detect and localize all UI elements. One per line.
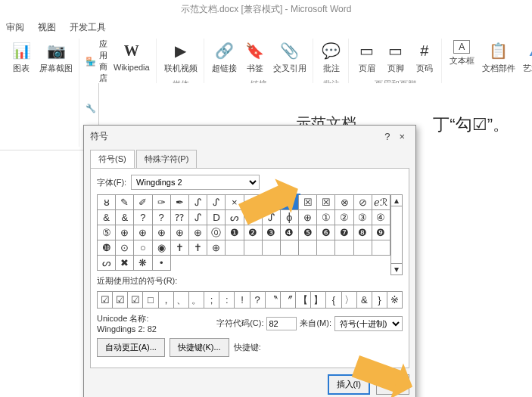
symbol-cell[interactable] [354, 240, 372, 256]
recent-symbol-cell[interactable]: ☑ [113, 292, 128, 309]
scroll-down-icon[interactable]: ▾ [391, 263, 402, 274]
recent-symbol-cell[interactable]: ? [250, 292, 266, 309]
chart-button[interactable]: 📊图表 [9, 39, 33, 76]
symbol-cell[interactable]: ⑤ [98, 225, 116, 240]
autocorrect-button[interactable]: 自动更正(A)... [97, 338, 165, 357]
symbol-cell[interactable]: ⊕ [207, 240, 226, 256]
symbol-cell[interactable]: ⊕ [189, 225, 207, 240]
symbol-cell[interactable]: ❼ [335, 225, 353, 240]
recent-symbol-cell[interactable]: 、 [174, 292, 189, 309]
symbol-cell[interactable]: ✝ [189, 240, 207, 256]
crossref-button[interactable]: 📎交叉引用 [272, 39, 308, 76]
symbol-cell[interactable]: ❿ [98, 240, 116, 256]
pagenum-button[interactable]: #页码 [412, 39, 437, 76]
recent-symbol-cell[interactable]: { [326, 292, 341, 309]
symbol-cell[interactable]: & [98, 210, 116, 225]
symbol-cell[interactable]: ② [335, 210, 353, 225]
symbol-cell[interactable]: ❋ [134, 256, 152, 271]
symbol-cell[interactable]: ⊘ [354, 195, 372, 210]
font-select[interactable]: Wingdings 2 [131, 175, 260, 190]
menu-devtools[interactable]: 开发工具 [70, 21, 106, 34]
symbol-cell[interactable]: ❺ [299, 225, 317, 240]
comment-button[interactable]: 💬批注 [319, 39, 344, 76]
symbol-cell[interactable]: ❹ [281, 225, 299, 240]
recent-symbol-cell[interactable]: 〝 [266, 292, 281, 309]
menu-review[interactable]: 审阅 [6, 21, 24, 34]
symbol-cell[interactable]: ✎ [116, 195, 134, 210]
quickparts-button[interactable]: 📋文档部件 [481, 39, 517, 76]
symbol-cell[interactable] [281, 240, 299, 256]
symbol-cell[interactable]: ❻ [317, 225, 335, 240]
recent-symbol-cell[interactable]: 【 [296, 292, 311, 309]
dialog-titlebar[interactable]: 符号 ? × [84, 126, 415, 147]
symbol-cell[interactable] [244, 240, 263, 256]
symbol-cell[interactable]: ❶ [226, 225, 244, 240]
symbol-cell[interactable]: ⊕ [299, 210, 317, 225]
symbol-cell[interactable]: ᗞ [207, 210, 226, 225]
recent-symbol-cell[interactable]: ; [204, 292, 219, 309]
recent-symbol-cell[interactable]: 。 [189, 292, 204, 309]
symbol-cell[interactable]: ᔑ [189, 210, 207, 225]
symbol-cell[interactable] [299, 240, 317, 256]
symbol-cell[interactable] [263, 240, 281, 256]
symbol-cell[interactable]: ? [134, 210, 152, 225]
recent-symbol-cell[interactable]: & [357, 292, 372, 309]
symbol-cell[interactable]: ⊕ [116, 225, 134, 240]
symbol-cell[interactable]: ⊙ [116, 240, 134, 256]
tab-special[interactable]: 特殊字符(P) [136, 150, 198, 168]
symbol-cell[interactable]: ✑ [153, 195, 171, 210]
symbol-cell[interactable]: ɸ [281, 210, 299, 225]
symbol-cell[interactable]: ③ [354, 210, 372, 225]
hyperlink-button[interactable]: 🔗超链接 [210, 39, 238, 76]
symbol-cell[interactable]: ? [153, 210, 171, 225]
online-video-button[interactable]: ▶联机视频 [163, 39, 199, 76]
symbol-cell[interactable]: ᔑ [189, 195, 207, 210]
symbol-cell[interactable]: ᔕ [98, 256, 116, 271]
symbol-cell[interactable] [335, 240, 353, 256]
screenshot-button[interactable]: 📷屏幕截图 [38, 39, 74, 76]
symbol-cell[interactable] [317, 240, 335, 256]
symbol-cell[interactable]: ⊗ [335, 195, 353, 210]
symbol-cell[interactable]: ⓪ [207, 225, 226, 240]
help-button[interactable]: ? [380, 131, 394, 142]
header-button[interactable]: ▭页眉 [355, 39, 379, 76]
symbol-cell[interactable]: ✝ [171, 240, 189, 256]
symbol-cell[interactable]: ⊕ [134, 225, 152, 240]
symbol-cell[interactable]: ❸ [263, 225, 281, 240]
symbol-cell[interactable]: ④ [372, 210, 390, 225]
symbol-cell[interactable]: ① [317, 210, 335, 225]
recent-symbol-cell[interactable]: ! [235, 292, 250, 309]
symbol-cell[interactable]: ❽ [354, 225, 372, 240]
symbol-cell[interactable]: ȣ [98, 195, 116, 210]
symbol-cell[interactable]: ❷ [244, 225, 263, 240]
recent-symbol-cell[interactable]: 〞 [281, 292, 296, 309]
symbol-cell[interactable]: & [116, 210, 134, 225]
recent-symbol-cell[interactable]: 〉 [342, 292, 357, 309]
symbol-cell[interactable]: ℯℛ [372, 195, 390, 210]
symbol-cell[interactable]: ❾ [372, 225, 390, 240]
textbox-button[interactable]: A文本框 [448, 39, 476, 68]
symbol-cell[interactable]: ᔕ [226, 210, 244, 225]
recent-symbol-cell[interactable]: } [372, 292, 387, 309]
scroll-up-icon[interactable]: ▴ [391, 195, 402, 206]
symbol-cell[interactable] [226, 240, 244, 256]
app-store-button[interactable]: 🏪应用商店 [86, 39, 107, 84]
symbol-cell[interactable]: ✒ [171, 195, 189, 210]
recent-symbol-cell[interactable]: □ [143, 292, 158, 309]
tab-symbols[interactable]: 符号(S) [90, 150, 135, 168]
symbol-cell[interactable]: ◉ [153, 240, 171, 256]
symbol-cell[interactable]: ✐ [134, 195, 152, 210]
symbol-cell[interactable]: • [153, 256, 171, 271]
recent-symbol-cell[interactable]: ※ [387, 292, 403, 309]
close-button[interactable]: × [394, 131, 409, 142]
menu-view[interactable]: 视图 [38, 21, 56, 34]
symbol-cell[interactable]: ✖ [116, 256, 134, 271]
symbol-cell[interactable] [372, 240, 390, 256]
symbol-cell[interactable]: ⊕ [171, 225, 189, 240]
symbol-cell[interactable]: ⁇ [171, 210, 189, 225]
code-input[interactable] [266, 317, 297, 330]
symbol-cell[interactable]: ⊕ [153, 225, 171, 240]
wordart-button[interactable]: A艺术字 [521, 39, 532, 76]
recent-symbol-cell[interactable]: : [219, 292, 235, 309]
symbol-cell[interactable]: ᔑ [207, 195, 226, 210]
